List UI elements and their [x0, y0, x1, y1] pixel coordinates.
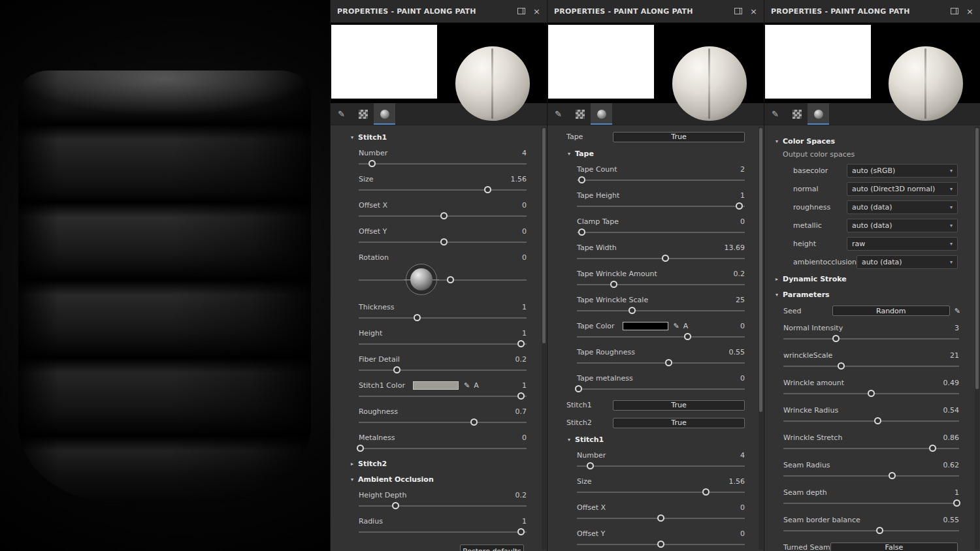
param-slider[interactable] [577, 200, 745, 212]
color-swatch[interactable] [413, 381, 459, 390]
param-slider[interactable] [783, 333, 959, 345]
slider-knob[interactable] [357, 445, 364, 452]
slider-knob[interactable] [393, 366, 400, 373]
tape-toggle-button[interactable]: True [613, 132, 745, 142]
edit-icon[interactable]: ✎ [955, 307, 960, 315]
param-slider[interactable] [359, 210, 527, 222]
tab-pen[interactable]: ✎ [547, 103, 569, 125]
section-header-stitch1[interactable]: ▾ Stitch1 [331, 129, 547, 145]
2d-preview[interactable] [548, 25, 654, 99]
section-header-color-spaces[interactable]: ▾ Color Spaces [764, 133, 980, 149]
slider-knob[interactable] [517, 340, 525, 347]
roughness-select[interactable]: auto (data) ▾ [847, 200, 958, 214]
dock-layout-icon[interactable] [951, 8, 958, 14]
slider-knob[interactable] [440, 212, 448, 219]
param-slider[interactable] [359, 443, 527, 454]
slider-knob[interactable] [889, 472, 896, 479]
param-slider[interactable] [783, 470, 959, 482]
dock-layout-icon[interactable] [517, 8, 525, 14]
param-slider[interactable] [783, 443, 959, 454]
material-sphere-preview[interactable] [889, 46, 963, 121]
basecolor-select[interactable]: auto (sRGB) ▾ [847, 164, 958, 178]
slider-knob[interactable] [470, 418, 478, 426]
scrollbar-thumb[interactable] [975, 128, 979, 389]
tab-checker[interactable] [352, 103, 374, 125]
close-icon[interactable]: × [966, 7, 973, 16]
section-header-ambient-occlusion[interactable]: ▾ Ambient Occlusion [331, 471, 547, 487]
slider-knob[interactable] [736, 202, 743, 210]
param-slider[interactable] [577, 383, 745, 395]
3d-viewport[interactable] [0, 0, 330, 551]
section-header-tape[interactable]: ▾ Tape [547, 146, 764, 161]
param-slider[interactable] [359, 184, 527, 196]
section-header-dynamic-stroke[interactable]: ▸ Dynamic Stroke [764, 271, 980, 287]
scrollbar[interactable] [975, 127, 979, 550]
slider-knob[interactable] [838, 362, 845, 370]
slider-knob[interactable] [517, 392, 525, 400]
param-slider[interactable] [577, 486, 745, 498]
scrollbar-thumb[interactable] [542, 128, 546, 343]
param-slider[interactable] [577, 331, 745, 343]
param-slider[interactable] [577, 174, 745, 186]
seed-random-button[interactable]: Random [832, 306, 950, 316]
slider-knob[interactable] [662, 255, 669, 262]
slider-knob[interactable] [392, 502, 399, 509]
2d-preview[interactable] [765, 25, 871, 99]
turned-seam-button[interactable]: False [830, 543, 958, 551]
rotation-widget[interactable] [359, 262, 527, 298]
material-sphere-preview[interactable] [672, 46, 747, 121]
param-slider[interactable] [359, 417, 527, 428]
param-slider[interactable] [577, 253, 745, 264]
slider-knob[interactable] [657, 514, 664, 522]
close-icon[interactable]: × [750, 7, 757, 16]
slider-knob[interactable] [874, 417, 881, 424]
close-icon[interactable]: × [533, 7, 540, 16]
tab-checker[interactable] [569, 103, 591, 125]
tab-sphere[interactable] [591, 103, 612, 125]
slider-knob[interactable] [868, 390, 875, 397]
slider-knob[interactable] [702, 488, 710, 496]
param-slider[interactable] [577, 227, 745, 238]
eyedropper-icon[interactable]: ✎ [464, 381, 470, 390]
param-slider[interactable] [783, 415, 959, 427]
slider-knob[interactable] [929, 445, 936, 452]
2d-preview[interactable] [331, 25, 437, 99]
material-sphere-preview[interactable] [455, 46, 530, 121]
tab-checker[interactable] [786, 103, 808, 125]
param-slider[interactable] [783, 388, 959, 400]
color-swatch[interactable] [623, 322, 668, 330]
param-slider[interactable] [359, 312, 527, 324]
param-slider[interactable] [577, 279, 745, 291]
param-slider[interactable] [359, 338, 527, 350]
scrollbar[interactable] [542, 127, 546, 550]
param-slider[interactable] [359, 364, 527, 376]
section-header-stitch1[interactable]: ▾ Stitch1 [547, 432, 764, 447]
param-slider[interactable] [359, 500, 527, 512]
slider-knob[interactable] [368, 160, 376, 167]
normal-select[interactable]: auto (Direct3D normal) ▾ [847, 182, 958, 196]
restore-defaults-button[interactable]: Restore defaults [460, 544, 524, 551]
param-slider[interactable] [577, 539, 745, 550]
slider-knob[interactable] [578, 228, 585, 236]
slider-knob[interactable] [876, 527, 883, 534]
section-header-parameters[interactable]: ▾ Parameters [764, 287, 980, 302]
height-select[interactable]: raw ▾ [847, 237, 958, 251]
rotation-dial[interactable] [406, 264, 437, 295]
slider-knob[interactable] [578, 176, 585, 183]
eyedropper-icon[interactable]: ✎ [674, 322, 679, 330]
tab-sphere[interactable] [374, 103, 395, 125]
param-slider[interactable] [359, 390, 527, 402]
slider-knob[interactable] [610, 281, 617, 288]
param-slider[interactable] [783, 525, 959, 537]
param-slider[interactable] [577, 460, 745, 472]
slider-knob[interactable] [657, 541, 664, 548]
section-header-stitch2[interactable]: ▸ Stitch2 [331, 456, 547, 471]
tab-pen[interactable]: ✎ [764, 103, 786, 125]
metallic-select[interactable]: auto (data) ▾ [847, 219, 958, 232]
slider-knob[interactable] [414, 314, 421, 321]
param-slider[interactable] [783, 497, 959, 509]
slider-knob[interactable] [953, 499, 960, 507]
slider-knob[interactable] [832, 335, 840, 342]
scrollbar-thumb[interactable] [759, 128, 762, 412]
dock-layout-icon[interactable] [734, 8, 742, 14]
